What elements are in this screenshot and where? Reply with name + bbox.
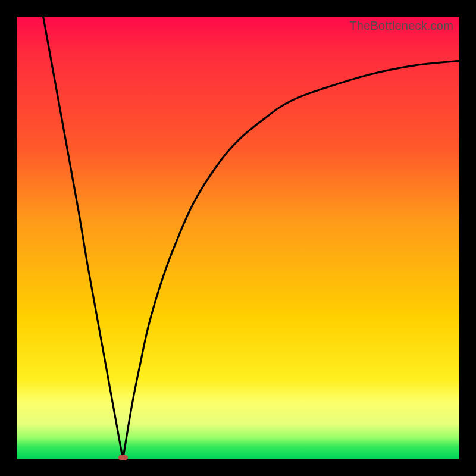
plot-area: TheBottleneck.com: [17, 17, 459, 459]
watermark-text: TheBottleneck.com: [349, 19, 453, 33]
bottleneck-curve: [17, 17, 459, 459]
chart-frame: TheBottleneck.com: [0, 0, 476, 476]
minimum-marker: [118, 455, 128, 460]
